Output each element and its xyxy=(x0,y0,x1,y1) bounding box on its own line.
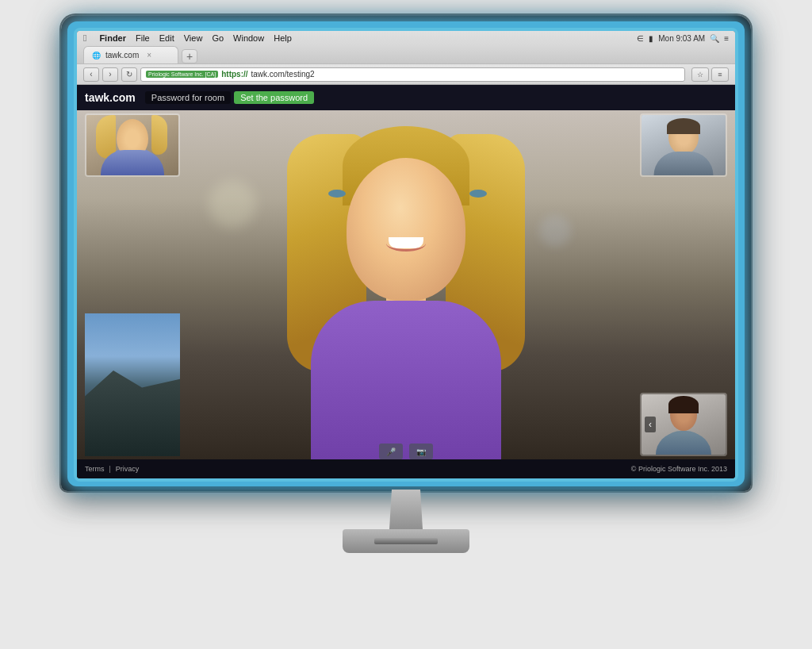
bokeh-2 xyxy=(539,215,571,247)
file-menu[interactable]: File xyxy=(136,33,150,43)
monitor-bezel:  Finder File Edit View Go Window Help ∈… xyxy=(61,15,751,491)
thumbnail-bottom-right: ‹ xyxy=(640,393,727,456)
video-bottom-bar: Terms | Privacy © Priologic Software Inc… xyxy=(77,459,735,478)
clock: Mon 9:03 AM xyxy=(658,34,705,43)
address-url: tawk.com/testing2 xyxy=(251,70,315,79)
privacy-link[interactable]: Privacy xyxy=(116,465,140,473)
monitor-wrapper:  Finder File Edit View Go Window Help ∈… xyxy=(41,15,771,634)
bookmark-button[interactable]: ☆ xyxy=(691,67,709,82)
footer-pipe: | xyxy=(109,465,111,473)
go-menu[interactable]: Go xyxy=(212,33,224,43)
stand-neck xyxy=(382,490,430,529)
eye-right xyxy=(469,190,487,198)
address-input[interactable]: Priologic Software Inc. [CA] https:// ta… xyxy=(140,67,685,82)
set-password-button[interactable]: Set the password xyxy=(234,91,314,104)
monitor-stand xyxy=(358,490,454,553)
https-text: https:// xyxy=(221,70,247,79)
copyright-text: © Priologic Software Inc. 2013 xyxy=(631,465,727,473)
speaker-dots xyxy=(397,483,415,485)
speaker-dot xyxy=(413,483,415,485)
window-menu[interactable]: Window xyxy=(233,33,264,43)
landscape-thumbnail xyxy=(85,313,180,456)
video-controls: 🎤 📷 xyxy=(379,444,433,459)
apple-logo-icon:  xyxy=(83,33,86,44)
wifi-icon: ∈ xyxy=(637,34,644,43)
forward-button[interactable]: › xyxy=(102,67,118,82)
camera-button[interactable]: 📷 xyxy=(409,444,433,459)
thumbnail-top-left xyxy=(85,113,180,177)
terms-link[interactable]: Terms xyxy=(85,465,105,473)
tab-favicon: 🌐 xyxy=(92,52,101,60)
thumbnail-top-right xyxy=(640,113,727,177)
main-person-figure xyxy=(271,118,541,459)
speaker-dot xyxy=(409,483,411,485)
footer-links: Terms | Privacy xyxy=(85,465,139,473)
eye-left xyxy=(328,190,346,198)
browser-actions: ☆ ≡ xyxy=(691,67,729,82)
address-bar: ‹ › ↻ Priologic Software Inc. [CA] https… xyxy=(77,63,735,84)
app-top-bar: tawk.com Password for room Set the passw… xyxy=(77,85,735,110)
password-label: Password for room xyxy=(145,91,231,104)
stand-base-detail xyxy=(374,538,438,544)
help-menu[interactable]: Help xyxy=(274,33,292,43)
battery-icon: ▮ xyxy=(649,34,653,43)
back-button[interactable]: ‹ xyxy=(83,67,99,82)
active-tab[interactable]: 🌐 tawk.com × xyxy=(83,46,178,63)
participant-1-video xyxy=(86,115,178,175)
thumbnail-nav-left[interactable]: ‹ xyxy=(645,417,656,432)
tab-close-button[interactable]: × xyxy=(147,51,151,60)
mouth xyxy=(386,236,426,252)
body xyxy=(311,301,501,459)
search-icon[interactable]: 🔍 xyxy=(710,34,719,43)
speaker-dot xyxy=(405,483,407,485)
ssl-badge: Priologic Software Inc. [CA] xyxy=(146,71,218,78)
participant-2-video xyxy=(642,115,726,175)
speaker-dot xyxy=(397,483,399,485)
app-logo: tawk.com xyxy=(85,91,136,104)
tab-title: tawk.com xyxy=(105,51,139,60)
menu-icon[interactable]: ≡ xyxy=(724,34,729,43)
menu-bar:  Finder File Edit View Go Window Help ∈… xyxy=(77,31,735,45)
edit-menu[interactable]: Edit xyxy=(159,33,174,43)
tabs-area: 🌐 tawk.com × + xyxy=(77,45,735,63)
speaker-dot xyxy=(401,483,403,485)
stand-base xyxy=(343,529,469,553)
refresh-button[interactable]: ↻ xyxy=(121,67,137,82)
video-area: tawk.com Password for room Set the passw… xyxy=(77,85,735,478)
extensions-button[interactable]: ≡ xyxy=(711,67,729,82)
new-tab-button[interactable]: + xyxy=(182,49,197,63)
finder-menu[interactable]: Finder xyxy=(99,33,126,43)
bokeh-1 xyxy=(209,180,256,228)
mic-button[interactable]: 🎤 xyxy=(379,444,403,459)
system-icons: ∈ ▮ Mon 9:03 AM 🔍 ≡ xyxy=(637,34,729,43)
screen-container:  Finder File Edit View Go Window Help ∈… xyxy=(74,28,738,482)
view-menu[interactable]: View xyxy=(184,33,203,43)
face xyxy=(347,158,465,301)
browser-chrome:  Finder File Edit View Go Window Help ∈… xyxy=(77,31,735,85)
landscape-scene xyxy=(85,313,180,456)
